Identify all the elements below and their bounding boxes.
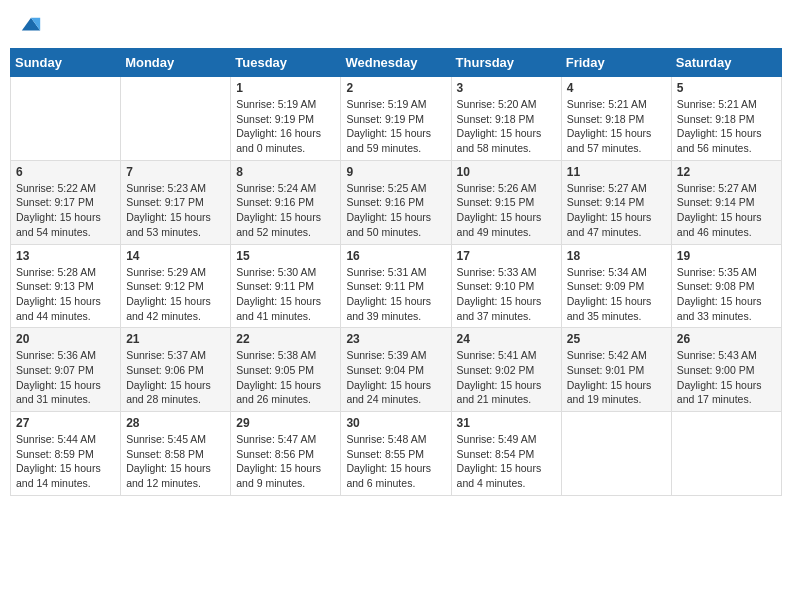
day-number: 25	[567, 332, 666, 346]
day-info: Sunrise: 5:26 AM Sunset: 9:15 PM Dayligh…	[457, 181, 556, 240]
sunrise-text: Sunrise: 5:26 AM	[457, 182, 537, 194]
day-number: 24	[457, 332, 556, 346]
day-number: 16	[346, 249, 445, 263]
day-number: 8	[236, 165, 335, 179]
day-info: Sunrise: 5:20 AM Sunset: 9:18 PM Dayligh…	[457, 97, 556, 156]
calendar-table: SundayMondayTuesdayWednesdayThursdayFrid…	[10, 48, 782, 496]
daylight-text: Daylight: 15 hours and 4 minutes.	[457, 462, 542, 489]
day-info: Sunrise: 5:44 AM Sunset: 8:59 PM Dayligh…	[16, 432, 115, 491]
logo-icon	[20, 14, 42, 36]
calendar-cell: 6 Sunrise: 5:22 AM Sunset: 9:17 PM Dayli…	[11, 160, 121, 244]
day-info: Sunrise: 5:19 AM Sunset: 9:19 PM Dayligh…	[346, 97, 445, 156]
calendar-cell: 23 Sunrise: 5:39 AM Sunset: 9:04 PM Dayl…	[341, 328, 451, 412]
day-info: Sunrise: 5:19 AM Sunset: 9:19 PM Dayligh…	[236, 97, 335, 156]
calendar-week-row: 27 Sunrise: 5:44 AM Sunset: 8:59 PM Dayl…	[11, 412, 782, 496]
day-number: 11	[567, 165, 666, 179]
sunset-text: Sunset: 9:18 PM	[677, 113, 755, 125]
calendar-week-row: 1 Sunrise: 5:19 AM Sunset: 9:19 PM Dayli…	[11, 77, 782, 161]
sunrise-text: Sunrise: 5:27 AM	[567, 182, 647, 194]
calendar-cell: 19 Sunrise: 5:35 AM Sunset: 9:08 PM Dayl…	[671, 244, 781, 328]
sunset-text: Sunset: 9:13 PM	[16, 280, 94, 292]
day-info: Sunrise: 5:33 AM Sunset: 9:10 PM Dayligh…	[457, 265, 556, 324]
daylight-text: Daylight: 15 hours and 14 minutes.	[16, 462, 101, 489]
day-number: 28	[126, 416, 225, 430]
sunset-text: Sunset: 9:01 PM	[567, 364, 645, 376]
calendar-cell: 12 Sunrise: 5:27 AM Sunset: 9:14 PM Dayl…	[671, 160, 781, 244]
day-number: 30	[346, 416, 445, 430]
sunrise-text: Sunrise: 5:44 AM	[16, 433, 96, 445]
daylight-text: Daylight: 15 hours and 59 minutes.	[346, 127, 431, 154]
day-number: 27	[16, 416, 115, 430]
day-number: 9	[346, 165, 445, 179]
day-number: 1	[236, 81, 335, 95]
daylight-text: Daylight: 16 hours and 0 minutes.	[236, 127, 321, 154]
day-info: Sunrise: 5:30 AM Sunset: 9:11 PM Dayligh…	[236, 265, 335, 324]
sunset-text: Sunset: 9:11 PM	[346, 280, 424, 292]
daylight-text: Daylight: 15 hours and 53 minutes.	[126, 211, 211, 238]
daylight-text: Daylight: 15 hours and 58 minutes.	[457, 127, 542, 154]
day-info: Sunrise: 5:47 AM Sunset: 8:56 PM Dayligh…	[236, 432, 335, 491]
sunset-text: Sunset: 8:59 PM	[16, 448, 94, 460]
calendar-cell: 24 Sunrise: 5:41 AM Sunset: 9:02 PM Dayl…	[451, 328, 561, 412]
day-number: 5	[677, 81, 776, 95]
sunset-text: Sunset: 9:19 PM	[346, 113, 424, 125]
calendar-cell: 17 Sunrise: 5:33 AM Sunset: 9:10 PM Dayl…	[451, 244, 561, 328]
calendar-cell: 10 Sunrise: 5:26 AM Sunset: 9:15 PM Dayl…	[451, 160, 561, 244]
sunrise-text: Sunrise: 5:29 AM	[126, 266, 206, 278]
sunrise-text: Sunrise: 5:23 AM	[126, 182, 206, 194]
calendar-cell: 2 Sunrise: 5:19 AM Sunset: 9:19 PM Dayli…	[341, 77, 451, 161]
daylight-text: Daylight: 15 hours and 44 minutes.	[16, 295, 101, 322]
calendar-cell: 30 Sunrise: 5:48 AM Sunset: 8:55 PM Dayl…	[341, 412, 451, 496]
sunrise-text: Sunrise: 5:41 AM	[457, 349, 537, 361]
sunset-text: Sunset: 8:54 PM	[457, 448, 535, 460]
calendar-day-header: Thursday	[451, 49, 561, 77]
daylight-text: Daylight: 15 hours and 52 minutes.	[236, 211, 321, 238]
sunrise-text: Sunrise: 5:25 AM	[346, 182, 426, 194]
sunset-text: Sunset: 9:15 PM	[457, 196, 535, 208]
calendar-cell	[671, 412, 781, 496]
sunrise-text: Sunrise: 5:31 AM	[346, 266, 426, 278]
calendar-cell: 7 Sunrise: 5:23 AM Sunset: 9:17 PM Dayli…	[121, 160, 231, 244]
sunset-text: Sunset: 8:55 PM	[346, 448, 424, 460]
day-info: Sunrise: 5:38 AM Sunset: 9:05 PM Dayligh…	[236, 348, 335, 407]
sunset-text: Sunset: 9:12 PM	[126, 280, 204, 292]
sunset-text: Sunset: 9:04 PM	[346, 364, 424, 376]
sunrise-text: Sunrise: 5:24 AM	[236, 182, 316, 194]
day-info: Sunrise: 5:45 AM Sunset: 8:58 PM Dayligh…	[126, 432, 225, 491]
day-number: 10	[457, 165, 556, 179]
sunset-text: Sunset: 9:17 PM	[126, 196, 204, 208]
sunrise-text: Sunrise: 5:20 AM	[457, 98, 537, 110]
sunrise-text: Sunrise: 5:47 AM	[236, 433, 316, 445]
day-info: Sunrise: 5:48 AM Sunset: 8:55 PM Dayligh…	[346, 432, 445, 491]
calendar-cell: 15 Sunrise: 5:30 AM Sunset: 9:11 PM Dayl…	[231, 244, 341, 328]
calendar-cell: 29 Sunrise: 5:47 AM Sunset: 8:56 PM Dayl…	[231, 412, 341, 496]
page-header	[10, 10, 782, 40]
sunrise-text: Sunrise: 5:42 AM	[567, 349, 647, 361]
day-number: 14	[126, 249, 225, 263]
day-number: 15	[236, 249, 335, 263]
daylight-text: Daylight: 15 hours and 6 minutes.	[346, 462, 431, 489]
sunrise-text: Sunrise: 5:43 AM	[677, 349, 757, 361]
sunrise-text: Sunrise: 5:28 AM	[16, 266, 96, 278]
calendar-cell: 8 Sunrise: 5:24 AM Sunset: 9:16 PM Dayli…	[231, 160, 341, 244]
daylight-text: Daylight: 15 hours and 21 minutes.	[457, 379, 542, 406]
sunrise-text: Sunrise: 5:21 AM	[567, 98, 647, 110]
day-number: 20	[16, 332, 115, 346]
day-info: Sunrise: 5:41 AM Sunset: 9:02 PM Dayligh…	[457, 348, 556, 407]
day-number: 13	[16, 249, 115, 263]
calendar-cell: 21 Sunrise: 5:37 AM Sunset: 9:06 PM Dayl…	[121, 328, 231, 412]
sunset-text: Sunset: 9:02 PM	[457, 364, 535, 376]
sunrise-text: Sunrise: 5:33 AM	[457, 266, 537, 278]
calendar-cell: 4 Sunrise: 5:21 AM Sunset: 9:18 PM Dayli…	[561, 77, 671, 161]
day-number: 29	[236, 416, 335, 430]
calendar-cell: 5 Sunrise: 5:21 AM Sunset: 9:18 PM Dayli…	[671, 77, 781, 161]
calendar-cell: 22 Sunrise: 5:38 AM Sunset: 9:05 PM Dayl…	[231, 328, 341, 412]
daylight-text: Daylight: 15 hours and 17 minutes.	[677, 379, 762, 406]
sunrise-text: Sunrise: 5:21 AM	[677, 98, 757, 110]
daylight-text: Daylight: 15 hours and 35 minutes.	[567, 295, 652, 322]
calendar-cell: 27 Sunrise: 5:44 AM Sunset: 8:59 PM Dayl…	[11, 412, 121, 496]
calendar-cell: 18 Sunrise: 5:34 AM Sunset: 9:09 PM Dayl…	[561, 244, 671, 328]
calendar-cell: 9 Sunrise: 5:25 AM Sunset: 9:16 PM Dayli…	[341, 160, 451, 244]
calendar-cell	[561, 412, 671, 496]
day-info: Sunrise: 5:22 AM Sunset: 9:17 PM Dayligh…	[16, 181, 115, 240]
